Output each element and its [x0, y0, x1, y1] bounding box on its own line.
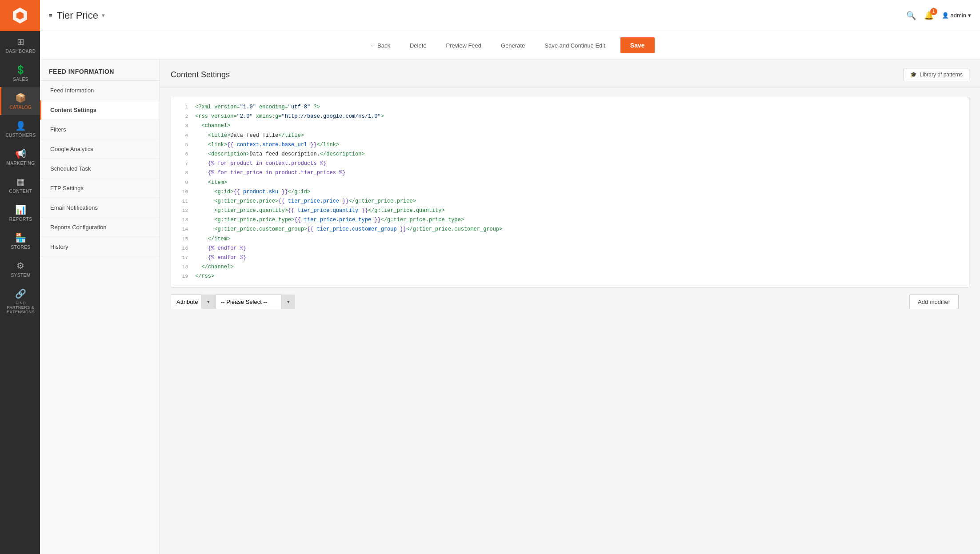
please-select-wrap: -- Please Select -- ▾	[215, 295, 295, 309]
header-right: 🔍 🔔 1 👤 admin ▾	[906, 11, 971, 20]
code-line-14: 14 <g:tier_price.customer_group>{{ tier_…	[171, 225, 969, 234]
sidebar-item-dashboard[interactable]: ⊞ Dashboard	[0, 31, 40, 59]
code-line-13: 13 <g:tier_price.price_type>{{ tier_pric…	[171, 215, 969, 225]
sidebar-item-label: Stores	[11, 245, 31, 250]
nav-item-filters[interactable]: Filters	[40, 120, 160, 139]
header-left: ≡ Tier Price ▾	[49, 10, 105, 21]
sidebar-item-label: Marketing	[7, 161, 35, 166]
save-continue-button[interactable]: Save and Continue Edit	[540, 40, 610, 52]
content-icon: ▦	[16, 176, 25, 187]
page-title: Tier Price ▾	[57, 10, 105, 21]
main-area: ≡ Tier Price ▾ 🔍 🔔 1 👤 admin ▾ ← Back De…	[40, 0, 980, 554]
sidebar-item-label: Content	[9, 189, 32, 194]
sidebar-item-label: Reports	[9, 217, 32, 222]
code-line-1: 1 <?xml version="1.0" encoding="utf-8" ?…	[171, 103, 969, 112]
main-panel: Content Settings 🎓 Library of patterns 1…	[160, 60, 980, 554]
code-line-5: 5 <link>{{ context.store.base_url }}</li…	[171, 140, 969, 150]
sidebar-item-sales[interactable]: 💲 Sales	[0, 59, 40, 87]
code-line-6: 6 <description>Data feed description.</d…	[171, 150, 969, 159]
admin-dropdown-icon: ▾	[968, 12, 971, 19]
code-line-2: 2 <rss version="2.0" xmlns:g="http://bas…	[171, 112, 969, 121]
panel-header: Content Settings 🎓 Library of patterns	[160, 60, 980, 88]
sidebar-item-label: Customers	[5, 133, 36, 138]
preview-feed-button[interactable]: Preview Feed	[442, 40, 486, 52]
top-header: ≡ Tier Price ▾ 🔍 🔔 1 👤 admin ▾	[40, 0, 980, 31]
nav-item-feed-information[interactable]: Feed Information	[40, 81, 160, 100]
sidebar-logo	[0, 0, 40, 31]
nav-item-email-notifications[interactable]: Email Notifications	[40, 198, 160, 218]
page-title-text: Tier Price	[57, 10, 98, 21]
attribute-select-wrap: Attribute ▾	[171, 295, 215, 309]
delete-button[interactable]: Delete	[405, 40, 431, 52]
notification-badge: 1	[930, 8, 937, 15]
code-line-18: 18 </channel>	[171, 263, 969, 272]
search-icon[interactable]: 🔍	[906, 11, 916, 20]
nav-item-ftp-settings[interactable]: FTP Settings	[40, 179, 160, 198]
please-select-select[interactable]: -- Please Select --	[215, 295, 295, 309]
sidebar-item-label: Dashboard	[6, 49, 36, 54]
code-editor[interactable]: 1 <?xml version="1.0" encoding="utf-8" ?…	[171, 97, 969, 287]
sidebar-item-reports[interactable]: 📊 Reports	[0, 199, 40, 227]
code-line-7: 7 {% for product in context.products %}	[171, 159, 969, 168]
code-line-3: 3 <channel>	[171, 121, 969, 131]
dashboard-icon: ⊞	[17, 36, 25, 47]
code-line-4: 4 <title>Data feed Title</title>	[171, 131, 969, 140]
sidebar-item-content[interactable]: ▦ Content	[0, 171, 40, 199]
page-title-dropdown-icon[interactable]: ▾	[102, 12, 105, 19]
system-icon: ⚙	[16, 260, 25, 271]
sidebar-item-catalog[interactable]: 📦 Catalog	[0, 87, 40, 115]
notification-icon[interactable]: 🔔 1	[924, 11, 934, 20]
sidebar: ⊞ Dashboard 💲 Sales 📦 Catalog 👤 Customer…	[0, 0, 40, 554]
admin-menu[interactable]: 👤 admin ▾	[942, 12, 971, 19]
left-nav: FEED INFORMATION Feed Information Conten…	[40, 60, 160, 554]
code-line-17: 17 {% endfor %}	[171, 253, 969, 263]
sidebar-item-label: Sales	[13, 77, 28, 82]
code-line-15: 15 </item>	[171, 235, 969, 244]
menu-icon[interactable]: ≡	[49, 12, 52, 19]
reports-icon: 📊	[15, 204, 27, 215]
content-area: FEED INFORMATION Feed Information Conten…	[40, 60, 980, 554]
code-line-16: 16 {% endfor %}	[171, 244, 969, 253]
code-line-12: 12 <g:tier_price.quantity>{{ tier_price.…	[171, 206, 969, 215]
nav-item-scheduled-task[interactable]: Scheduled Task	[40, 159, 160, 179]
marketing-icon: 📢	[15, 148, 27, 159]
sidebar-item-label: System	[11, 273, 30, 278]
sidebar-item-customers[interactable]: 👤 Customers	[0, 115, 40, 143]
library-patterns-button[interactable]: 🎓 Library of patterns	[904, 68, 969, 81]
nav-item-google-analytics[interactable]: Google Analytics	[40, 139, 160, 159]
code-line-19: 19 </rss>	[171, 272, 969, 281]
library-btn-label: Library of patterns	[920, 72, 963, 78]
code-editor-inner: 1 <?xml version="1.0" encoding="utf-8" ?…	[171, 97, 969, 287]
sales-icon: 💲	[15, 64, 27, 75]
catalog-icon: 📦	[15, 92, 27, 103]
nav-item-reports-configuration[interactable]: Reports Configuration	[40, 218, 160, 237]
library-icon: 🎓	[910, 72, 917, 78]
generate-button[interactable]: Generate	[496, 40, 529, 52]
code-line-11: 11 <g:tier_price.price>{{ tier_price.pri…	[171, 197, 969, 206]
code-line-8: 8 {% for tier_price in product.tier_pric…	[171, 168, 969, 178]
sidebar-item-find-partners[interactable]: 🔗 Find Partners & Extensions	[0, 283, 40, 319]
stores-icon: 🏪	[15, 232, 27, 243]
admin-avatar-icon: 👤	[942, 12, 949, 19]
sidebar-item-label: Catalog	[10, 105, 32, 110]
panel-title: Content Settings	[171, 70, 230, 80]
back-button[interactable]: ← Back	[365, 40, 395, 52]
sidebar-item-stores[interactable]: 🏪 Stores	[0, 227, 40, 255]
code-line-9: 9 <item>	[171, 178, 969, 187]
nav-item-history[interactable]: History	[40, 237, 160, 257]
save-button[interactable]: Save	[620, 37, 655, 53]
sidebar-item-label: Find Partners & Extensions	[4, 301, 38, 314]
sidebar-item-marketing[interactable]: 📢 Marketing	[0, 143, 40, 171]
modifier-row: Attribute ▾ -- Please Select -- ▾ Add mo…	[160, 287, 980, 314]
customers-icon: 👤	[15, 120, 27, 131]
nav-item-content-settings[interactable]: Content Settings	[40, 100, 160, 120]
add-modifier-button[interactable]: Add modifier	[909, 295, 959, 309]
admin-label-text: admin	[951, 12, 966, 19]
find-partners-icon: 🔗	[15, 288, 27, 299]
sidebar-item-system[interactable]: ⚙ System	[0, 255, 40, 283]
action-bar: ← Back Delete Preview Feed Generate Save…	[40, 31, 980, 60]
left-nav-header: FEED INFORMATION	[40, 60, 160, 81]
code-line-10: 10 <g:id>{{ product.sku }}</g:id>	[171, 187, 969, 197]
attribute-select[interactable]: Attribute	[171, 295, 215, 309]
